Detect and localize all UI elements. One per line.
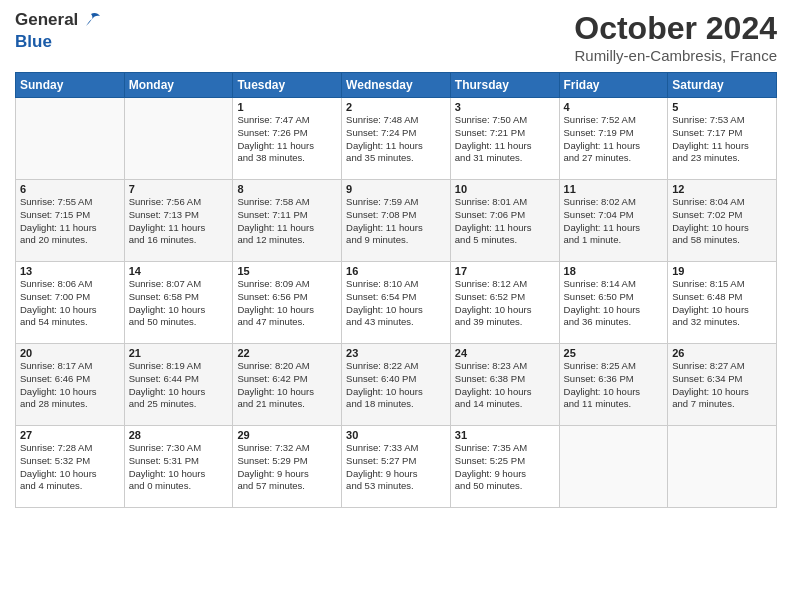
day-info: Sunrise: 7:59 AM Sunset: 7:08 PM Dayligh… bbox=[346, 196, 446, 247]
calendar-subtitle: Rumilly-en-Cambresis, France bbox=[574, 47, 777, 64]
day-info: Sunrise: 8:19 AM Sunset: 6:44 PM Dayligh… bbox=[129, 360, 229, 411]
col-friday: Friday bbox=[559, 73, 668, 98]
day-number: 2 bbox=[346, 101, 446, 113]
day-cell-1-5: 11Sunrise: 8:02 AM Sunset: 7:04 PM Dayli… bbox=[559, 180, 668, 262]
day-cell-4-4: 31Sunrise: 7:35 AM Sunset: 5:25 PM Dayli… bbox=[450, 426, 559, 508]
day-cell-1-3: 9Sunrise: 7:59 AM Sunset: 7:08 PM Daylig… bbox=[342, 180, 451, 262]
day-number: 23 bbox=[346, 347, 446, 359]
day-number: 27 bbox=[20, 429, 120, 441]
day-info: Sunrise: 7:48 AM Sunset: 7:24 PM Dayligh… bbox=[346, 114, 446, 165]
day-cell-0-2: 1Sunrise: 7:47 AM Sunset: 7:26 PM Daylig… bbox=[233, 98, 342, 180]
day-info: Sunrise: 8:20 AM Sunset: 6:42 PM Dayligh… bbox=[237, 360, 337, 411]
day-cell-3-3: 23Sunrise: 8:22 AM Sunset: 6:40 PM Dayli… bbox=[342, 344, 451, 426]
col-monday: Monday bbox=[124, 73, 233, 98]
day-cell-3-6: 26Sunrise: 8:27 AM Sunset: 6:34 PM Dayli… bbox=[668, 344, 777, 426]
day-info: Sunrise: 7:28 AM Sunset: 5:32 PM Dayligh… bbox=[20, 442, 120, 493]
day-info: Sunrise: 8:10 AM Sunset: 6:54 PM Dayligh… bbox=[346, 278, 446, 329]
day-cell-2-5: 18Sunrise: 8:14 AM Sunset: 6:50 PM Dayli… bbox=[559, 262, 668, 344]
day-info: Sunrise: 8:17 AM Sunset: 6:46 PM Dayligh… bbox=[20, 360, 120, 411]
day-info: Sunrise: 8:22 AM Sunset: 6:40 PM Dayligh… bbox=[346, 360, 446, 411]
day-cell-4-2: 29Sunrise: 7:32 AM Sunset: 5:29 PM Dayli… bbox=[233, 426, 342, 508]
day-info: Sunrise: 7:56 AM Sunset: 7:13 PM Dayligh… bbox=[129, 196, 229, 247]
day-cell-4-6 bbox=[668, 426, 777, 508]
day-cell-1-2: 8Sunrise: 7:58 AM Sunset: 7:11 PM Daylig… bbox=[233, 180, 342, 262]
day-cell-3-4: 24Sunrise: 8:23 AM Sunset: 6:38 PM Dayli… bbox=[450, 344, 559, 426]
day-cell-2-2: 15Sunrise: 8:09 AM Sunset: 6:56 PM Dayli… bbox=[233, 262, 342, 344]
calendar-header-row: Sunday Monday Tuesday Wednesday Thursday… bbox=[16, 73, 777, 98]
day-number: 17 bbox=[455, 265, 555, 277]
day-number: 11 bbox=[564, 183, 664, 195]
week-row-0: 1Sunrise: 7:47 AM Sunset: 7:26 PM Daylig… bbox=[16, 98, 777, 180]
week-row-3: 20Sunrise: 8:17 AM Sunset: 6:46 PM Dayli… bbox=[16, 344, 777, 426]
day-number: 26 bbox=[672, 347, 772, 359]
day-number: 18 bbox=[564, 265, 664, 277]
day-number: 30 bbox=[346, 429, 446, 441]
day-number: 28 bbox=[129, 429, 229, 441]
day-number: 12 bbox=[672, 183, 772, 195]
day-info: Sunrise: 8:23 AM Sunset: 6:38 PM Dayligh… bbox=[455, 360, 555, 411]
day-cell-2-0: 13Sunrise: 8:06 AM Sunset: 7:00 PM Dayli… bbox=[16, 262, 125, 344]
day-cell-1-4: 10Sunrise: 8:01 AM Sunset: 7:06 PM Dayli… bbox=[450, 180, 559, 262]
calendar-table: Sunday Monday Tuesday Wednesday Thursday… bbox=[15, 72, 777, 508]
calendar-title: October 2024 bbox=[574, 10, 777, 47]
day-cell-0-3: 2Sunrise: 7:48 AM Sunset: 7:24 PM Daylig… bbox=[342, 98, 451, 180]
day-number: 8 bbox=[237, 183, 337, 195]
title-block: October 2024 Rumilly-en-Cambresis, Franc… bbox=[574, 10, 777, 64]
day-info: Sunrise: 8:14 AM Sunset: 6:50 PM Dayligh… bbox=[564, 278, 664, 329]
day-cell-3-2: 22Sunrise: 8:20 AM Sunset: 6:42 PM Dayli… bbox=[233, 344, 342, 426]
day-cell-1-1: 7Sunrise: 7:56 AM Sunset: 7:13 PM Daylig… bbox=[124, 180, 233, 262]
day-number: 15 bbox=[237, 265, 337, 277]
day-number: 10 bbox=[455, 183, 555, 195]
day-cell-3-1: 21Sunrise: 8:19 AM Sunset: 6:44 PM Dayli… bbox=[124, 344, 233, 426]
day-info: Sunrise: 8:04 AM Sunset: 7:02 PM Dayligh… bbox=[672, 196, 772, 247]
day-info: Sunrise: 7:35 AM Sunset: 5:25 PM Dayligh… bbox=[455, 442, 555, 493]
day-number: 14 bbox=[129, 265, 229, 277]
day-cell-3-5: 25Sunrise: 8:25 AM Sunset: 6:36 PM Dayli… bbox=[559, 344, 668, 426]
day-info: Sunrise: 8:09 AM Sunset: 6:56 PM Dayligh… bbox=[237, 278, 337, 329]
col-saturday: Saturday bbox=[668, 73, 777, 98]
day-number: 7 bbox=[129, 183, 229, 195]
day-cell-2-1: 14Sunrise: 8:07 AM Sunset: 6:58 PM Dayli… bbox=[124, 262, 233, 344]
day-cell-2-3: 16Sunrise: 8:10 AM Sunset: 6:54 PM Dayli… bbox=[342, 262, 451, 344]
day-info: Sunrise: 8:27 AM Sunset: 6:34 PM Dayligh… bbox=[672, 360, 772, 411]
col-thursday: Thursday bbox=[450, 73, 559, 98]
day-number: 31 bbox=[455, 429, 555, 441]
day-cell-0-5: 4Sunrise: 7:52 AM Sunset: 7:19 PM Daylig… bbox=[559, 98, 668, 180]
day-number: 13 bbox=[20, 265, 120, 277]
day-cell-1-6: 12Sunrise: 8:04 AM Sunset: 7:02 PM Dayli… bbox=[668, 180, 777, 262]
day-info: Sunrise: 8:15 AM Sunset: 6:48 PM Dayligh… bbox=[672, 278, 772, 329]
day-number: 21 bbox=[129, 347, 229, 359]
day-cell-2-4: 17Sunrise: 8:12 AM Sunset: 6:52 PM Dayli… bbox=[450, 262, 559, 344]
day-cell-3-0: 20Sunrise: 8:17 AM Sunset: 6:46 PM Dayli… bbox=[16, 344, 125, 426]
day-number: 16 bbox=[346, 265, 446, 277]
page: General Blue October 2024 Rumilly-en-Cam… bbox=[0, 0, 792, 612]
day-number: 24 bbox=[455, 347, 555, 359]
day-cell-4-5 bbox=[559, 426, 668, 508]
day-info: Sunrise: 7:50 AM Sunset: 7:21 PM Dayligh… bbox=[455, 114, 555, 165]
col-tuesday: Tuesday bbox=[233, 73, 342, 98]
day-info: Sunrise: 7:32 AM Sunset: 5:29 PM Dayligh… bbox=[237, 442, 337, 493]
day-info: Sunrise: 8:01 AM Sunset: 7:06 PM Dayligh… bbox=[455, 196, 555, 247]
day-info: Sunrise: 7:30 AM Sunset: 5:31 PM Dayligh… bbox=[129, 442, 229, 493]
day-info: Sunrise: 7:55 AM Sunset: 7:15 PM Dayligh… bbox=[20, 196, 120, 247]
day-cell-2-6: 19Sunrise: 8:15 AM Sunset: 6:48 PM Dayli… bbox=[668, 262, 777, 344]
day-number: 6 bbox=[20, 183, 120, 195]
day-info: Sunrise: 7:52 AM Sunset: 7:19 PM Dayligh… bbox=[564, 114, 664, 165]
week-row-1: 6Sunrise: 7:55 AM Sunset: 7:15 PM Daylig… bbox=[16, 180, 777, 262]
day-info: Sunrise: 8:06 AM Sunset: 7:00 PM Dayligh… bbox=[20, 278, 120, 329]
col-sunday: Sunday bbox=[16, 73, 125, 98]
day-number: 29 bbox=[237, 429, 337, 441]
day-number: 22 bbox=[237, 347, 337, 359]
day-number: 25 bbox=[564, 347, 664, 359]
week-row-4: 27Sunrise: 7:28 AM Sunset: 5:32 PM Dayli… bbox=[16, 426, 777, 508]
logo-text: General Blue bbox=[15, 10, 102, 52]
col-wednesday: Wednesday bbox=[342, 73, 451, 98]
day-info: Sunrise: 8:12 AM Sunset: 6:52 PM Dayligh… bbox=[455, 278, 555, 329]
day-cell-0-1 bbox=[124, 98, 233, 180]
day-number: 1 bbox=[237, 101, 337, 113]
day-number: 9 bbox=[346, 183, 446, 195]
day-cell-4-1: 28Sunrise: 7:30 AM Sunset: 5:31 PM Dayli… bbox=[124, 426, 233, 508]
day-info: Sunrise: 7:47 AM Sunset: 7:26 PM Dayligh… bbox=[237, 114, 337, 165]
day-number: 20 bbox=[20, 347, 120, 359]
day-info: Sunrise: 7:53 AM Sunset: 7:17 PM Dayligh… bbox=[672, 114, 772, 165]
